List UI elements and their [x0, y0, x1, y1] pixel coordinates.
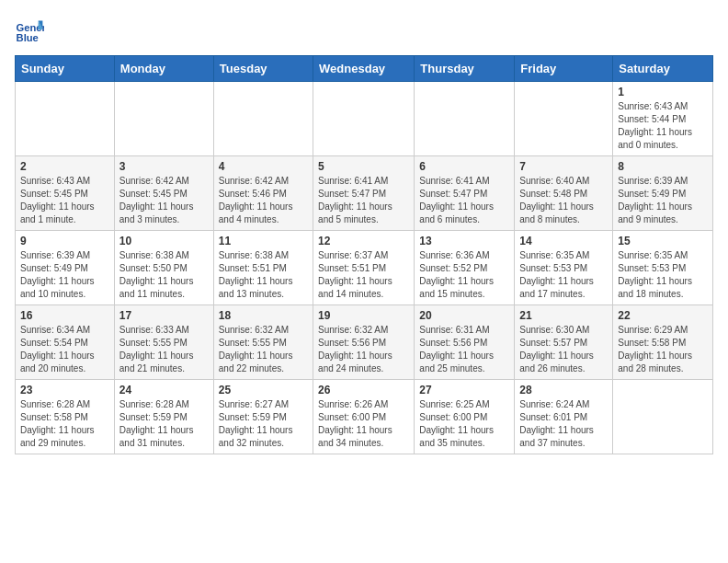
- calendar-cell: 15Sunrise: 6:35 AM Sunset: 5:53 PM Dayli…: [613, 231, 713, 305]
- day-number: 3: [119, 160, 209, 173]
- day-info: Sunrise: 6:24 AM Sunset: 6:01 PM Dayligh…: [519, 398, 608, 450]
- calendar-cell: 2Sunrise: 6:43 AM Sunset: 5:45 PM Daylig…: [16, 156, 115, 231]
- day-info: Sunrise: 6:25 AM Sunset: 6:00 PM Dayligh…: [419, 398, 509, 450]
- day-number: 26: [318, 384, 409, 396]
- day-number: 9: [20, 235, 109, 247]
- calendar-cell: 6Sunrise: 6:41 AM Sunset: 5:47 PM Daylig…: [415, 156, 515, 231]
- day-number: 15: [618, 235, 708, 247]
- calendar-cell: 7Sunrise: 6:40 AM Sunset: 5:48 PM Daylig…: [515, 156, 613, 231]
- day-number: 12: [318, 235, 409, 247]
- day-info: Sunrise: 6:26 AM Sunset: 6:00 PM Dayligh…: [318, 398, 409, 450]
- day-number: 28: [519, 384, 608, 396]
- calendar-cell: 12Sunrise: 6:37 AM Sunset: 5:51 PM Dayli…: [313, 231, 415, 305]
- day-info: Sunrise: 6:42 AM Sunset: 5:45 PM Dayligh…: [119, 175, 209, 226]
- svg-text:Blue: Blue: [17, 32, 39, 43]
- calendar-cell: 21Sunrise: 6:30 AM Sunset: 5:57 PM Dayli…: [515, 305, 613, 380]
- calendar-cell: 9Sunrise: 6:39 AM Sunset: 5:49 PM Daylig…: [16, 231, 115, 305]
- day-info: Sunrise: 6:30 AM Sunset: 5:57 PM Dayligh…: [519, 324, 608, 375]
- calendar-cell: 25Sunrise: 6:27 AM Sunset: 5:59 PM Dayli…: [213, 380, 313, 454]
- day-number: 16: [20, 309, 109, 322]
- calendar-cell: 28Sunrise: 6:24 AM Sunset: 6:01 PM Dayli…: [515, 380, 613, 454]
- day-header-monday: Monday: [114, 56, 213, 82]
- day-header-saturday: Saturday: [613, 56, 713, 82]
- day-number: 27: [419, 384, 509, 396]
- day-header-thursday: Thursday: [415, 56, 515, 82]
- calendar-cell: 24Sunrise: 6:28 AM Sunset: 5:59 PM Dayli…: [114, 380, 213, 454]
- day-number: 7: [519, 160, 608, 173]
- day-number: 13: [419, 235, 509, 247]
- calendar-week-1: 2Sunrise: 6:43 AM Sunset: 5:45 PM Daylig…: [16, 156, 713, 231]
- day-number: 24: [119, 384, 209, 396]
- calendar-cell: 27Sunrise: 6:25 AM Sunset: 6:00 PM Dayli…: [415, 380, 515, 454]
- day-info: Sunrise: 6:34 AM Sunset: 5:54 PM Dayligh…: [20, 324, 109, 375]
- day-header-tuesday: Tuesday: [213, 56, 313, 82]
- calendar-cell: 8Sunrise: 6:39 AM Sunset: 5:49 PM Daylig…: [613, 156, 713, 231]
- calendar-cell: [213, 82, 313, 156]
- calendar-cell: [613, 380, 713, 454]
- calendar-cell: 5Sunrise: 6:41 AM Sunset: 5:47 PM Daylig…: [313, 156, 415, 231]
- calendar-week-0: 1Sunrise: 6:43 AM Sunset: 5:44 PM Daylig…: [16, 82, 713, 156]
- calendar-body: 1Sunrise: 6:43 AM Sunset: 5:44 PM Daylig…: [16, 82, 713, 454]
- day-number: 18: [219, 309, 308, 322]
- calendar-cell: 26Sunrise: 6:26 AM Sunset: 6:00 PM Dayli…: [313, 380, 415, 454]
- day-info: Sunrise: 6:31 AM Sunset: 5:56 PM Dayligh…: [419, 324, 509, 375]
- day-info: Sunrise: 6:32 AM Sunset: 5:55 PM Dayligh…: [219, 324, 308, 375]
- calendar-cell: [114, 82, 213, 156]
- logo: General Blue: [15, 15, 48, 44]
- day-info: Sunrise: 6:28 AM Sunset: 5:58 PM Dayligh…: [20, 398, 109, 450]
- calendar-cell: [313, 82, 415, 156]
- calendar-cell: 14Sunrise: 6:35 AM Sunset: 5:53 PM Dayli…: [515, 231, 613, 305]
- day-number: 17: [119, 309, 209, 322]
- calendar-cell: 18Sunrise: 6:32 AM Sunset: 5:55 PM Dayli…: [213, 305, 313, 380]
- day-info: Sunrise: 6:36 AM Sunset: 5:52 PM Dayligh…: [419, 249, 509, 301]
- day-header-friday: Friday: [515, 56, 613, 82]
- day-info: Sunrise: 6:41 AM Sunset: 5:47 PM Dayligh…: [318, 175, 409, 226]
- calendar-cell: 17Sunrise: 6:33 AM Sunset: 5:55 PM Dayli…: [114, 305, 213, 380]
- day-info: Sunrise: 6:43 AM Sunset: 5:44 PM Dayligh…: [618, 100, 708, 152]
- calendar-table: SundayMondayTuesdayWednesdayThursdayFrid…: [15, 55, 713, 454]
- day-number: 1: [618, 86, 708, 98]
- day-info: Sunrise: 6:40 AM Sunset: 5:48 PM Dayligh…: [519, 175, 608, 226]
- calendar-cell: [415, 82, 515, 156]
- day-number: 21: [519, 309, 608, 322]
- day-number: 8: [618, 160, 708, 173]
- calendar-week-4: 23Sunrise: 6:28 AM Sunset: 5:58 PM Dayli…: [16, 380, 713, 454]
- day-info: Sunrise: 6:28 AM Sunset: 5:59 PM Dayligh…: [119, 398, 209, 450]
- calendar-cell: 20Sunrise: 6:31 AM Sunset: 5:56 PM Dayli…: [415, 305, 515, 380]
- day-info: Sunrise: 6:35 AM Sunset: 5:53 PM Dayligh…: [618, 249, 708, 301]
- calendar-cell: [515, 82, 613, 156]
- calendar-cell: 19Sunrise: 6:32 AM Sunset: 5:56 PM Dayli…: [313, 305, 415, 380]
- calendar-cell: 13Sunrise: 6:36 AM Sunset: 5:52 PM Dayli…: [415, 231, 515, 305]
- day-number: 2: [20, 160, 109, 173]
- day-info: Sunrise: 6:43 AM Sunset: 5:45 PM Dayligh…: [20, 175, 109, 226]
- day-number: 19: [318, 309, 409, 322]
- day-info: Sunrise: 6:42 AM Sunset: 5:46 PM Dayligh…: [219, 175, 308, 226]
- calendar-week-2: 9Sunrise: 6:39 AM Sunset: 5:49 PM Daylig…: [16, 231, 713, 305]
- day-info: Sunrise: 6:29 AM Sunset: 5:58 PM Dayligh…: [618, 324, 708, 375]
- calendar-week-3: 16Sunrise: 6:34 AM Sunset: 5:54 PM Dayli…: [16, 305, 713, 380]
- day-number: 4: [219, 160, 308, 173]
- page-header: General Blue: [15, 15, 713, 44]
- day-number: 10: [119, 235, 209, 247]
- day-header-wednesday: Wednesday: [313, 56, 415, 82]
- day-header-sunday: Sunday: [16, 56, 115, 82]
- day-info: Sunrise: 6:33 AM Sunset: 5:55 PM Dayligh…: [119, 324, 209, 375]
- calendar-cell: 23Sunrise: 6:28 AM Sunset: 5:58 PM Dayli…: [16, 380, 115, 454]
- day-info: Sunrise: 6:27 AM Sunset: 5:59 PM Dayligh…: [219, 398, 308, 450]
- day-number: 20: [419, 309, 509, 322]
- day-info: Sunrise: 6:37 AM Sunset: 5:51 PM Dayligh…: [318, 249, 409, 301]
- day-number: 25: [219, 384, 308, 396]
- calendar-cell: [16, 82, 115, 156]
- calendar-cell: 10Sunrise: 6:38 AM Sunset: 5:50 PM Dayli…: [114, 231, 213, 305]
- calendar-cell: 3Sunrise: 6:42 AM Sunset: 5:45 PM Daylig…: [114, 156, 213, 231]
- day-number: 6: [419, 160, 509, 173]
- calendar-header-row: SundayMondayTuesdayWednesdayThursdayFrid…: [16, 56, 713, 82]
- day-info: Sunrise: 6:39 AM Sunset: 5:49 PM Dayligh…: [618, 175, 708, 226]
- calendar-cell: 22Sunrise: 6:29 AM Sunset: 5:58 PM Dayli…: [613, 305, 713, 380]
- logo-icon: General Blue: [15, 15, 44, 44]
- day-info: Sunrise: 6:38 AM Sunset: 5:50 PM Dayligh…: [119, 249, 209, 301]
- day-number: 5: [318, 160, 409, 173]
- day-number: 14: [519, 235, 608, 247]
- calendar-cell: 16Sunrise: 6:34 AM Sunset: 5:54 PM Dayli…: [16, 305, 115, 380]
- day-info: Sunrise: 6:35 AM Sunset: 5:53 PM Dayligh…: [519, 249, 608, 301]
